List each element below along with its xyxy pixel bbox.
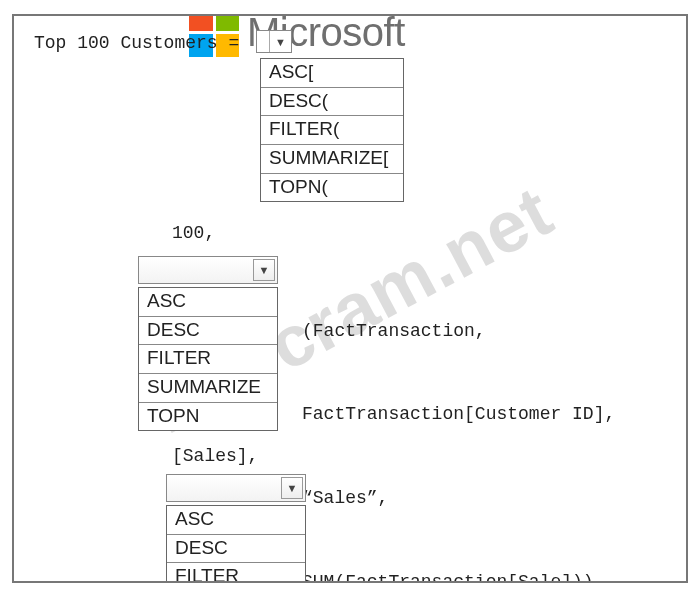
dropdown-3-option[interactable]: DESC bbox=[167, 535, 305, 564]
dropdown-2-option[interactable]: DESC bbox=[139, 317, 277, 346]
code-lines: (FactTransaction, FactTransaction[Custom… bbox=[302, 262, 615, 583]
chevron-down-icon: ▼ bbox=[269, 31, 291, 52]
code-line: “Sales”, bbox=[302, 485, 615, 513]
dropdown-1-option[interactable]: ASC[ bbox=[261, 59, 403, 88]
code-line: (FactTransaction, bbox=[302, 318, 615, 346]
dropdown-3-option[interactable]: FILTER bbox=[167, 563, 305, 583]
code-line: FactTransaction[Customer ID], bbox=[302, 401, 615, 429]
dropdown-3-select[interactable]: ▼ bbox=[166, 474, 306, 502]
measure-name: Top 100 Customers = bbox=[34, 30, 250, 58]
measure-definition-line: Top 100 Customers = ▼ bbox=[34, 30, 292, 58]
dropdown-2-option[interactable]: SUMMARIZE bbox=[139, 374, 277, 403]
dropdown-2-select[interactable]: ▼ bbox=[138, 256, 278, 284]
dropdown-2-options[interactable]: ASC DESC FILTER SUMMARIZE TOPN bbox=[138, 287, 278, 431]
question-frame: Microsoft freecram.net Top 100 Customers… bbox=[12, 14, 688, 583]
chevron-down-icon: ▼ bbox=[253, 259, 275, 281]
dropdown-3-wrap: ▼ bbox=[166, 474, 306, 502]
dropdown-1-options[interactable]: ASC[ DESC( FILTER( SUMMARIZE[ TOPN( bbox=[260, 58, 404, 202]
chevron-down-icon: ▼ bbox=[281, 477, 303, 499]
code-text-sales: [Sales], bbox=[172, 443, 258, 471]
dropdown-2-option[interactable]: ASC bbox=[139, 288, 277, 317]
dropdown-1-option[interactable]: DESC( bbox=[261, 88, 403, 117]
dropdown-2-wrap: ▼ bbox=[138, 256, 278, 284]
dropdown-1-option[interactable]: FILTER( bbox=[261, 116, 403, 145]
dropdown-1-option[interactable]: TOPN( bbox=[261, 174, 403, 202]
code-text-100: 100, bbox=[172, 220, 215, 248]
dropdown-2-option[interactable]: FILTER bbox=[139, 345, 277, 374]
dropdown-2-option[interactable]: TOPN bbox=[139, 403, 277, 431]
dropdown-1-select[interactable]: ▼ bbox=[256, 30, 292, 53]
dropdown-3-option[interactable]: ASC bbox=[167, 506, 305, 535]
dropdown-3-options[interactable]: ASC DESC FILTER SUMMARIZE TOPN bbox=[166, 505, 306, 583]
dropdown-1-option[interactable]: SUMMARIZE[ bbox=[261, 145, 403, 174]
code-line: SUM(FactTransaction[Sale])), bbox=[302, 569, 615, 583]
